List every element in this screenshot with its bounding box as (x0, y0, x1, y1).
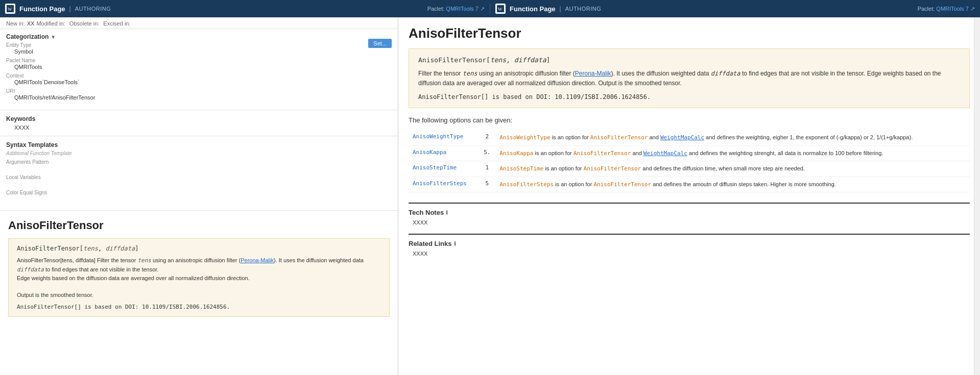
syntax-sub-label: Additional Function Template (6, 151, 392, 156)
opt-desc-func-1a: AnisoFilterTensor (573, 150, 631, 157)
function-title: AnisoFilterTensor (8, 219, 390, 232)
paclet-link-left[interactable]: QMRITools 7 ↗ (446, 6, 485, 12)
svg-text:W: W (498, 7, 503, 12)
context-label: Context (6, 73, 392, 79)
opt-desc-3: AnisoFilterSteps is an option for AnisoF… (495, 177, 970, 192)
header-paclet-right: Paclet: QMRITools 7 ↗ (918, 6, 975, 12)
keywords-value: XXXX (6, 124, 392, 131)
related-links-header: Related Links ℹ (409, 240, 970, 247)
desc-text-4: to find edges that are not visible in th… (44, 266, 158, 272)
keywords-header: Keywords (6, 115, 392, 122)
color-equal-label: Color Equal Signs (6, 190, 392, 195)
categorization-header: Categorization ▼ (6, 33, 392, 40)
modified-in-label: Modified in: (36, 20, 65, 27)
code-doi-left: AnisoFilterTensor[] is based on DOI: 10.… (17, 304, 381, 310)
local-vars-group: Local Variables (6, 174, 392, 187)
right-code-box: AnisoFilterTensor[tens, diffdata] Filter… (409, 48, 970, 108)
desc-text-5: Edge weights based on the diffusion data… (17, 275, 250, 281)
opt-value-3: 5 (479, 177, 495, 192)
right-sig-arg2: diffdata (514, 56, 546, 64)
desc-diffdata: diffdata (17, 266, 44, 273)
obsolete-in-label: Obsolete in: (69, 20, 100, 27)
opt-name-3[interactable]: AnisoFilterSteps (409, 177, 479, 192)
paclet-link-right[interactable]: QMRITools 7 ↗ (936, 6, 975, 12)
table-row: AnisoKappa 5. AnisoKappa is an option fo… (409, 145, 970, 161)
app-icon-right: W (495, 4, 506, 14)
related-links-icon[interactable]: ℹ (454, 241, 456, 246)
right-desc-diffdata: diffdata (711, 70, 740, 77)
sig-arg2-left: diffdata (105, 245, 135, 252)
header-right: W Function Page | AUTHORING Paclet: QMRI… (490, 4, 980, 14)
code-box-left: AnisoFilterTensor[tens, diffdata] AnisoF… (8, 238, 390, 317)
color-equal-group: Color Equal Signs (6, 190, 392, 202)
opt-desc-link-1[interactable]: WeightMapCalc (643, 150, 687, 157)
tech-notes-icon[interactable]: ℹ (446, 210, 448, 215)
right-doi-text: is based on DOI: 10.1109/ISBI.2006.16248… (492, 93, 651, 101)
args-pattern-value (6, 165, 392, 171)
new-in-value: XX (27, 20, 35, 27)
right-code-sig: AnisoFilterTensor[tens, diffdata] (418, 56, 960, 64)
right-doi: AnisoFilterTensor[] is based on DOI: 10.… (418, 93, 960, 101)
right-sig-arg1: tens (490, 56, 506, 64)
paclet-name-group: Paclet Name QMRITools (6, 58, 392, 70)
sig-arg1-left: tens (83, 245, 98, 252)
opt-desc-link-0[interactable]: WeightMapCalc (660, 134, 704, 141)
opt-desc-0: AnisoWeightType is an option for AnisoFi… (495, 130, 970, 145)
function-content: AnisoFilterTensor AnisoFilterTensor[tens… (0, 213, 398, 375)
local-vars-label: Local Variables (6, 174, 392, 180)
app-icon-left: W (5, 4, 15, 14)
right-desc-link[interactable]: Perona-Malik (575, 70, 611, 77)
opt-desc-func-3a: AnisoFilterTensor (593, 181, 651, 188)
syntax-section: Syntax Templates Additional Function Tem… (0, 138, 398, 208)
sig-name-left: AnisoFilterTensor (17, 245, 80, 252)
syntax-header: Syntax Templates (6, 141, 392, 148)
options-table: AnisoWeightType 2 AnisoWeightType is an … (409, 130, 970, 192)
opt-name-2[interactable]: AnisoStepTime (409, 161, 479, 177)
entity-type-label: Entity Type (6, 42, 392, 48)
desc-text-6: Output is the smoothed tensor. (17, 292, 93, 298)
paclet-name-label: Paclet Name (6, 58, 392, 63)
opt-desc-2: AnisoStepTime is an option for AnisoFilt… (495, 161, 970, 177)
opt-desc-name-0: AnisoWeightType (499, 134, 550, 141)
opt-value-1: 5. (479, 145, 495, 161)
opt-desc-func-0a: AnisoFilterTensor (590, 134, 648, 141)
opt-value-2: 1 (479, 161, 495, 177)
divider-1 (0, 110, 398, 110)
header-authoring-right: AUTHORING (565, 6, 602, 12)
right-content: AnisoFilterTensor AnisoFilterTensor[tens… (398, 17, 980, 375)
table-row: AnisoFilterSteps 5 AnisoFilterSteps is a… (409, 177, 970, 192)
divider-2 (0, 136, 398, 136)
main-content: New in: XX Modified in: Obsolete in: Exc… (0, 17, 980, 375)
header-separator-left: | (69, 5, 71, 12)
right-doi-code: AnisoFilterTensor[] (418, 93, 488, 101)
keywords-section: Keywords XXXX (0, 112, 398, 134)
related-links-value: XXXX (409, 251, 970, 257)
divider-3 (0, 210, 398, 211)
context-group: Context QMRITools`DenoiseTools` (6, 73, 392, 85)
tech-notes-value: XXXX (409, 219, 970, 226)
local-vars-value (6, 181, 392, 187)
set-button[interactable]: Set... (368, 39, 392, 48)
opt-name-0[interactable]: AnisoWeightType (409, 130, 479, 145)
header-title-left: Function Page (19, 5, 65, 13)
color-equal-value (6, 196, 392, 202)
app-container: W Function Page | AUTHORING Paclet: QMRI… (0, 0, 980, 375)
new-in-label: New in: (6, 20, 25, 27)
header-bar: W Function Page | AUTHORING Paclet: QMRI… (0, 0, 980, 17)
right-scrollbar[interactable] (974, 17, 980, 375)
desc-link[interactable]: Perona-Malik (241, 257, 274, 263)
opt-name-1[interactable]: AnisoKappa (409, 145, 479, 161)
meta-section: New in: XX Modified in: Obsolete in: Exc… (0, 17, 398, 29)
header-authoring-left: AUTHORING (75, 6, 111, 12)
entity-type-group: Entity Type Symbol (6, 42, 392, 55)
doi-code: AnisoFilterTensor[] (17, 304, 81, 310)
categorization-icon[interactable]: ▼ (51, 34, 56, 40)
options-heading: The following options can be given: (409, 116, 970, 124)
args-pattern-label: Arguments Pattern (6, 159, 392, 165)
right-desc-3: ). It uses the diffusion weighted data (611, 70, 711, 77)
table-row: AnisoWeightType 2 AnisoWeightType is an … (409, 130, 970, 145)
header-title-right: Function Page (510, 5, 556, 13)
opt-value-0: 2 (479, 130, 495, 145)
desc-text-3: ). It uses the diffusion weighted data (274, 257, 364, 263)
opt-desc-name-1: AnisoKappa (499, 150, 533, 157)
